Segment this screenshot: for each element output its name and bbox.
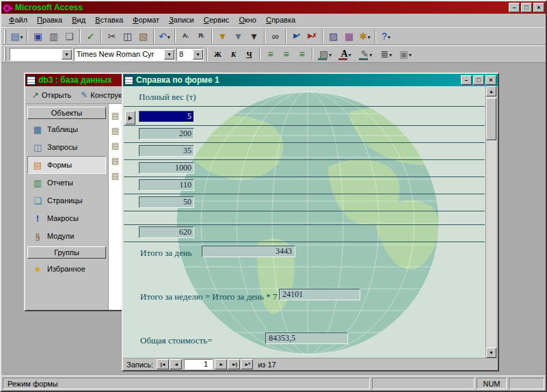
filter-advanced-button[interactable]: ▼ [230, 29, 246, 44]
row-separator-line [124, 125, 485, 126]
vertical-scrollbar[interactable]: ▲ ▼ [485, 86, 496, 358]
database-window-button[interactable]: ▦ [341, 29, 357, 44]
view-button[interactable]: ▤ [9, 29, 25, 44]
align-center-button[interactable]: ≡ [278, 47, 294, 62]
scroll-up-button[interactable]: ▲ [486, 86, 496, 96]
form-minimize-button[interactable]: – [461, 75, 472, 85]
font-size-combo[interactable]: 8 ▼ [176, 48, 204, 61]
weight-field[interactable]: 50 [139, 196, 194, 208]
object-select-combo[interactable]: ▼ [10, 48, 72, 61]
copy-icon: ◫ [123, 31, 132, 41]
last-record-button[interactable]: ►| [228, 359, 240, 369]
toolbar-grip[interactable] [4, 29, 6, 43]
sidebar-item-tables[interactable]: ▦ Таблицы [27, 120, 106, 138]
menu-view[interactable]: Вид [67, 14, 90, 26]
copy-button[interactable]: ◫ [120, 29, 135, 44]
objects-header-button[interactable]: Объекты [27, 107, 106, 119]
filter-by-selection-button[interactable]: ▼ [215, 29, 230, 44]
sidebar-item-pages[interactable]: ❏ Страницы [27, 192, 106, 209]
form-close-button[interactable]: × [485, 75, 496, 85]
form-maximize-button[interactable]: □ [473, 75, 484, 85]
forms-icon: ▤ [32, 160, 43, 170]
dropdown-caret-icon [388, 50, 392, 58]
close-button[interactable]: × [533, 3, 544, 12]
underline-button[interactable]: Ч [241, 47, 257, 62]
save-button[interactable]: ▣ [30, 29, 46, 44]
combo-dropdown-icon[interactable]: ▼ [62, 49, 72, 60]
delete-record-button[interactable]: ▶✗ [304, 29, 320, 44]
spelling-button[interactable]: ✓ [83, 29, 98, 44]
align-left-button[interactable]: ≡ [263, 47, 278, 62]
toolbar-grip[interactable] [4, 47, 6, 61]
special-effect-button[interactable]: ▣ [396, 47, 415, 62]
current-record-arrow-icon: ▶ [128, 115, 132, 121]
sidebar-item-reports[interactable]: ▥ Отчеты [27, 174, 106, 192]
scroll-down-button[interactable]: ▼ [486, 348, 496, 358]
weight-field[interactable]: 1000 [139, 162, 194, 174]
sort-descending-button[interactable]: Я↓ [194, 29, 209, 44]
undo-button[interactable]: ↶ [157, 29, 172, 44]
weight-field[interactable]: 620 [139, 226, 194, 238]
sidebar-item-modules[interactable]: § Модули [27, 227, 106, 245]
new-object-button[interactable]: ✱ [357, 29, 373, 44]
new-record-button[interactable]: ►* [241, 359, 253, 369]
align-right-button[interactable]: ≡ [294, 47, 310, 62]
bold-button[interactable]: Ж [210, 47, 226, 62]
help-button[interactable]: ? [378, 29, 394, 44]
paste-button[interactable]: ▧ [135, 29, 151, 44]
menu-window[interactable]: Окно [234, 14, 261, 26]
menu-insert[interactable]: Вставка [90, 14, 128, 26]
menu-tools[interactable]: Сервис [199, 14, 235, 26]
properties-button[interactable]: ▨ [325, 29, 341, 44]
border-width-button[interactable]: ≣ [377, 47, 396, 62]
app-titlebar[interactable]: Microsoft Access – □ × [1, 1, 546, 14]
maximize-button[interactable]: □ [521, 3, 532, 12]
special-effect-icon: ▣ [399, 49, 408, 59]
menu-help[interactable]: Справка [261, 14, 300, 26]
sidebar-item-favorites[interactable]: ★ Избранное [27, 260, 106, 278]
sidebar-item-macros[interactable]: ! Макросы [27, 209, 106, 227]
menu-edit[interactable]: Правка [32, 14, 67, 26]
weight-field[interactable]: 200 [139, 128, 194, 140]
sidebar-item-forms[interactable]: ▤ Формы [27, 156, 106, 174]
day-total-field[interactable]: 3443 [202, 246, 295, 257]
dropdown-caret-icon [328, 50, 332, 58]
combo-dropdown-icon[interactable]: ▼ [193, 49, 203, 60]
find-button[interactable]: ∞ [267, 29, 283, 44]
print-button[interactable]: ▥ [46, 29, 62, 44]
menu-records[interactable]: Записи [164, 14, 199, 26]
menu-file[interactable]: Файл [4, 14, 32, 26]
weight-field[interactable]: 5 [139, 111, 194, 122]
cut-button[interactable]: ✂ [104, 29, 120, 44]
sort-ascending-button[interactable]: А↓ [178, 29, 194, 44]
new-record-button[interactable]: ▶* [289, 29, 304, 44]
sidebar-item-queries[interactable]: ◫ Запросы [27, 138, 106, 156]
scrollbar-track[interactable] [486, 96, 496, 348]
total-cost-field[interactable]: 84353,5 [265, 332, 348, 344]
previous-record-button[interactable]: ◄ [170, 359, 182, 369]
form-window-titlebar[interactable]: Справка по форме 1 – □ × [123, 74, 498, 86]
weight-field[interactable]: 35 [139, 145, 194, 157]
weight-field[interactable]: 110 [139, 179, 194, 191]
print-preview-button[interactable]: ❏ [62, 29, 77, 44]
first-record-button[interactable]: |◄ [157, 359, 169, 369]
next-record-button[interactable]: ► [215, 359, 227, 369]
font-color-button[interactable]: А [336, 47, 356, 62]
filter-advanced-icon: ▼ [234, 31, 243, 41]
minimize-button[interactable]: – [509, 3, 520, 12]
font-name-combo[interactable]: Times New Roman Cyr ▼ [74, 48, 175, 61]
italic-button[interactable]: К [226, 47, 241, 62]
apply-filter-button[interactable]: ▼ [246, 29, 262, 44]
open-object-button[interactable]: ↗ Открыть [28, 88, 75, 102]
record-selector[interactable]: ▶ [125, 111, 135, 125]
line-color-button[interactable]: ✎ [356, 47, 377, 62]
week-total-field[interactable]: 24101 [279, 289, 360, 300]
combo-dropdown-icon[interactable]: ▼ [164, 49, 174, 60]
menu-format[interactable]: Формат [128, 14, 164, 26]
groups-header-button[interactable]: Группы [27, 246, 106, 259]
standard-toolbar: ▤ ▣ ▥ ❏ ✓ ✂ ◫ ▧ ↶ А↓ Я↓ ▼ ▼ ▼ ∞ ▶* ▶✗ ▨ … [1, 27, 546, 45]
favorites-star-icon: ★ [32, 264, 43, 274]
current-record-input[interactable]: 1 [184, 359, 213, 369]
fill-color-button[interactable]: ▨ [315, 47, 336, 62]
scrollbar-thumb[interactable] [486, 98, 496, 140]
